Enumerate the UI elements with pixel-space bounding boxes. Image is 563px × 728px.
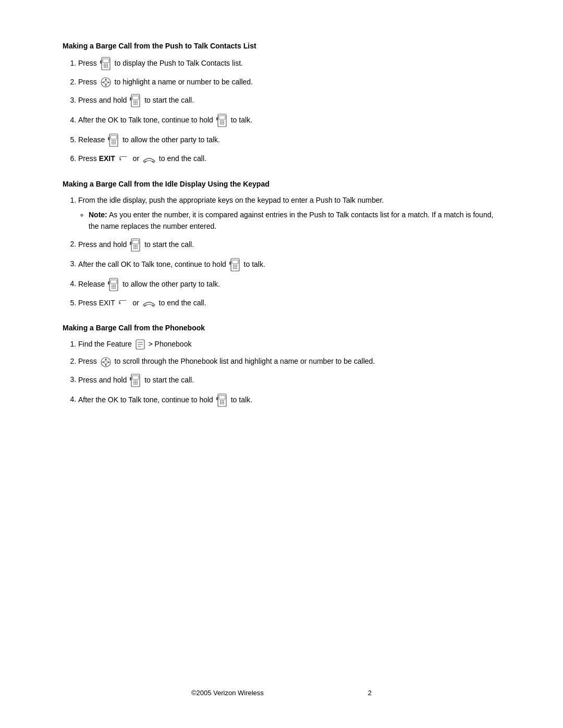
list-item: After the call OK to Talk tone, continue…	[78, 257, 500, 272]
section-barge-phonebook: Making a Barge Call from the Phonebook F…	[63, 324, 500, 408]
exit-icon	[118, 155, 130, 164]
ptt-icon	[108, 133, 119, 147]
ptt-icon	[100, 56, 112, 71]
list-item: Press EXIT or to end the call.	[78, 297, 500, 309]
nav-icon	[100, 77, 112, 88]
end-icon	[142, 298, 156, 309]
list-item: Press EXIT or to end the call.	[78, 153, 500, 165]
section-title-phonebook: Making a Barge Call from the Phonebook	[63, 324, 500, 332]
ptt-icon	[108, 277, 119, 292]
steps-keypad: From the idle display, push the appropri…	[78, 194, 500, 309]
list-item-note: Note: As you enter the number, it is com…	[89, 209, 500, 232]
ptt-icon	[229, 257, 241, 272]
ptt-icon	[216, 393, 228, 408]
ptt-icon	[130, 93, 141, 108]
list-item: Find the Feature > Phonebook	[78, 338, 500, 350]
list-item: Release to allow the other party to talk…	[78, 277, 500, 292]
section-barge-keypad: Making a Barge Call from the Idle Displa…	[63, 180, 500, 309]
page-number: 2	[368, 689, 372, 697]
exit-icon	[118, 299, 129, 308]
steps-phonebook: Find the Feature > Phonebook Press to sc…	[78, 338, 500, 408]
end-icon	[142, 154, 156, 165]
list-item: After the OK to Talk tone, continue to h…	[78, 113, 500, 128]
list-item: Press to highlight a name or number to b…	[78, 76, 500, 88]
page-footer: ©2005 Verizon Wireless 2	[0, 689, 563, 697]
section-title-keypad: Making a Barge Call from the Idle Displa…	[63, 180, 500, 188]
copyright: ©2005 Verizon Wireless	[191, 689, 264, 697]
ptt-icon	[130, 373, 141, 388]
list-item: After the OK to Talk tone, continue to h…	[78, 393, 500, 408]
nav-icon	[100, 356, 112, 368]
list-item: Press to scroll through the Phonebook li…	[78, 355, 500, 367]
ptt-icon	[216, 113, 228, 128]
list-item: Press and hold to start the call.	[78, 93, 500, 108]
list-item: Press and hold to start the call.	[78, 373, 500, 388]
list-item: From the idle display, push the appropri…	[78, 194, 500, 232]
feature-icon	[135, 339, 145, 350]
steps-contacts: Press to display the Push to Talk Contac…	[78, 56, 500, 165]
ptt-icon	[130, 238, 141, 252]
section-title-contacts: Making a Barge Call from the Push to Tal…	[63, 42, 500, 50]
list-item: Press and hold to start the call.	[78, 238, 500, 252]
list-item: Release to allow the other party to talk…	[78, 133, 500, 147]
list-item: Press to display the Push to Talk Contac…	[78, 56, 500, 71]
section-barge-contacts: Making a Barge Call from the Push to Tal…	[63, 42, 500, 165]
